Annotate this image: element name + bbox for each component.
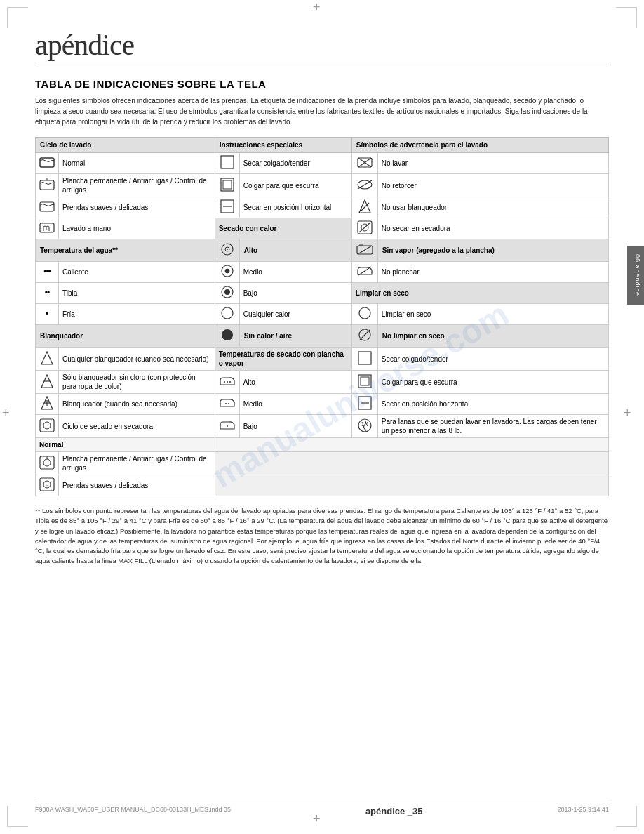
reg-mark-left [6, 411, 17, 423]
no-steam-icon [351, 239, 377, 262]
iron-high-icon [215, 371, 239, 394]
svg-rect-17 [40, 223, 54, 232]
svg-point-41 [227, 381, 228, 383]
flat-dry-icon [215, 197, 239, 218]
svg-line-28 [358, 267, 371, 275]
table-row: Cualquier blanqueador (cuando sea necesa… [36, 348, 609, 371]
no-wash-label: No lavar [377, 153, 608, 174]
no-dryer-icon [351, 218, 377, 239]
no-dry-clean-label: No limpiar en seco [377, 325, 608, 348]
wash-label-delicate: Prendas suaves / delicadas [59, 197, 215, 218]
svg-marker-36 [41, 352, 53, 364]
when-necessary-icon [36, 394, 59, 415]
heat-high-icon [215, 239, 239, 262]
no-iron-label: No planchar [377, 262, 608, 283]
reg-mark-right [627, 411, 638, 423]
iron-high-label: Alto [239, 371, 351, 394]
wash-icon-normal [36, 153, 59, 174]
corner-mark-bl [7, 806, 28, 827]
temp-warm-icon: •• [36, 283, 59, 304]
svg-point-54 [227, 425, 228, 427]
corner-mark-br [616, 806, 637, 827]
svg-point-32 [359, 307, 370, 319]
wash-label-perm: Plancha permanente / Antiarrugas / Contr… [59, 174, 215, 197]
page-title: apéndice [35, 28, 609, 65]
no-bleach-label: No usar blanqueador [377, 197, 608, 218]
svg-point-49 [228, 403, 229, 404]
col2-header: Instrucciones especiales [215, 138, 351, 153]
svg-point-48 [225, 403, 227, 404]
side-tab: 06 apéndice [627, 246, 644, 305]
table-row-subheader: Blanqueador Sin calor / aire No limpiar … [36, 325, 609, 348]
page-number: apéndice _35 [365, 806, 423, 816]
svg-point-42 [229, 381, 231, 383]
table-row-subheader: Temperatura del agua** Alto [36, 239, 609, 262]
normal-label: Normal [36, 438, 215, 452]
svg-point-57 [43, 459, 51, 466]
temp-hot-icon: ••• [36, 262, 59, 283]
wool-label: Para lanas que se puedan lavar en lavado… [377, 415, 608, 438]
footer-right: 2013-1-25 9:14:41 [557, 806, 609, 816]
table-row: ••• Caliente Medio No planchar [36, 262, 609, 283]
svg-point-30 [224, 289, 230, 295]
intro-text: Los siguientes símbolos ofrecen indicaci… [35, 95, 609, 127]
svg-rect-1 [221, 156, 234, 168]
svg-point-23 [227, 249, 228, 250]
perm-dryer-label: Plancha permanente / Antiarrugas / Contr… [59, 452, 215, 475]
table-row-normal: Normal [36, 438, 609, 452]
svg-point-40 [224, 381, 225, 383]
wash-icon-delicate: ~ [36, 197, 59, 218]
wash-label-hand: Lavado a mano [59, 218, 215, 239]
table-row: Ciclo de secado en secadora Bajo [36, 415, 609, 438]
svg-rect-5 [40, 180, 54, 190]
svg-rect-0 [40, 158, 54, 167]
table-row: Sólo blanqueador sin cloro (con protecci… [36, 371, 609, 394]
table-row: ~ Prendas suaves / delicadas Secar en po… [36, 197, 609, 218]
heat-low-icon [215, 283, 239, 304]
no-chlorine-label: Sólo blanqueador sin cloro (con protecci… [59, 371, 215, 394]
no-dryer-label: No secar en secadora [377, 218, 608, 239]
svg-rect-52 [40, 419, 54, 432]
when-necessary-label: Blanqueador (cuando sea necesaria) [59, 394, 215, 415]
reg-mark-top [316, 6, 328, 17]
table-row: •• Tibia Bajo Limpiar en seco [36, 283, 609, 304]
dry-cycle-label: Ciclo de secado en secadora [59, 415, 215, 438]
dry-clean-icon [351, 304, 377, 325]
no-chlorine-icon [36, 371, 59, 394]
col1-header: Ciclo de lavado [36, 138, 215, 153]
drip-dry-label: Colgar para que escurra [239, 174, 351, 197]
drip-dry2-label: Colgar para que escurra [377, 371, 608, 394]
any-heat-icon [215, 304, 239, 325]
svg-rect-8 [223, 180, 232, 189]
dry-cycle-icon [36, 415, 59, 438]
flat-dry2-icon [351, 394, 377, 415]
flat-dry-label: Secar en posición horizontal [239, 197, 351, 218]
no-wring-label: No retorcer [377, 174, 608, 197]
bleach-header: Blanqueador [36, 325, 215, 348]
heat-med-label: Medio [239, 262, 351, 283]
svg-line-35 [360, 330, 370, 340]
svg-point-33 [222, 329, 233, 340]
table-row: Lavado a mano Secado con calor No secar … [36, 218, 609, 239]
perm-dryer-icon [36, 452, 59, 475]
drip-dry-icon [215, 174, 239, 197]
wool-icon [351, 415, 377, 438]
no-wring-icon [351, 174, 377, 197]
iron-med-label: Medio [239, 394, 351, 415]
drip-dry2-icon [351, 371, 377, 394]
no-iron-icon [351, 262, 377, 283]
footer-left: F900A WASH_WA50F_USER MANUAL_DC68-03133H… [35, 806, 231, 816]
svg-point-31 [222, 307, 233, 319]
col3-header: Símbolos de advertencia para el lavado [351, 138, 608, 153]
heat-low-label: Bajo [239, 283, 351, 304]
fabric-table: Ciclo de lavado Instrucciones especiales… [35, 137, 609, 496]
svg-rect-44 [361, 377, 369, 385]
svg-rect-37 [358, 352, 371, 364]
any-heat-label: Cualquier calor [239, 304, 351, 325]
delicate-dryer-label: Prendas suaves / delicadas [59, 475, 215, 496]
wash-icon-perm [36, 174, 59, 197]
iron-med-icon [215, 394, 239, 415]
page-footer: F900A WASH_WA50F_USER MANUAL_DC68-03133H… [35, 802, 609, 816]
temp-cold-icon: • [36, 304, 59, 325]
table-row: Plancha permanente / Antiarrugas / Contr… [36, 452, 609, 475]
